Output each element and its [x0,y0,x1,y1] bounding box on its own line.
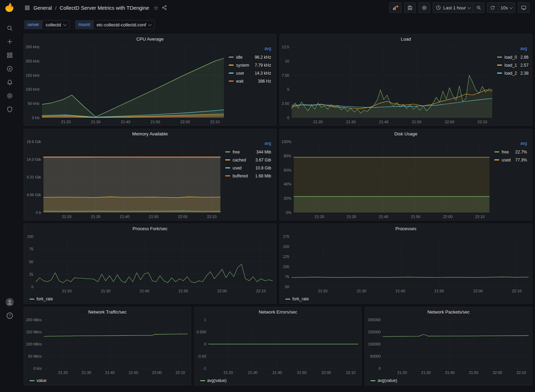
svg-text:0.500: 0.500 [196,330,206,334]
refresh-group: 10s [487,2,515,13]
add-panel-button[interactable] [389,2,402,13]
variable-server-value: collectd [46,22,61,27]
legend-item[interactable]: fork_rate [30,297,53,301]
dashboard-title[interactable]: CollectD Server Metrics with TDengine [60,5,149,11]
svg-text:21:40: 21:40 [445,370,455,375]
series-color-swatch [30,299,34,300]
dashboard-settings-button[interactable] [419,2,430,13]
load-legend: avgload_02.86load_12.57load_22.38 [496,43,532,125]
svg-text:21:30: 21:30 [91,120,101,124]
series-color-swatch [497,73,502,74]
legend-item[interactable]: avg(value) [371,378,397,383]
share-icon[interactable] [162,5,167,10]
legend-item[interactable]: load_12.57 [497,61,527,69]
network-packets-legend: avg(value) [365,376,532,385]
panel-title[interactable]: Process Fork/sec [24,224,276,233]
breadcrumb-folder[interactable]: General [33,5,52,11]
svg-text:50000: 50000 [370,354,381,358]
configuration-gear-icon[interactable] [3,92,16,99]
star-icon[interactable]: ☆ [154,5,159,11]
panel-title[interactable]: Network Errors/sec [195,307,362,316]
grafana-logo-icon[interactable] [5,2,15,13]
svg-text:100 Mb/s: 100 Mb/s [26,342,42,346]
create-plus-icon[interactable] [3,38,16,45]
svg-text:200 Mb/s: 200 Mb/s [26,318,42,322]
series-avg-value: 14.3 kHz [251,71,271,76]
network-packets-chart: 05000010000015000020000021:2021:3021:402… [365,316,532,376]
panel-title[interactable]: Processes [280,224,532,233]
svg-text:0 b/s: 0 b/s [33,366,42,370]
load-chart: 02.5057.501012.521:2021:3021:4021:5022:0… [280,43,496,125]
legend-item[interactable]: cached3.67 Gib [225,156,271,164]
series-avg-value: 344 Mib [253,150,271,155]
legend-item[interactable]: idle96.2 kHz [229,53,271,61]
svg-text:21:20: 21:20 [223,370,233,375]
svg-text:100 kHz: 100 kHz [26,87,40,91]
panel-title[interactable]: Disk Usage [280,129,532,138]
panel-title[interactable]: Load [280,34,532,43]
legend-item[interactable]: used10.8 Gib [225,164,271,172]
legend-item[interactable]: wait386 Hz [229,77,271,85]
server-admin-shield-icon[interactable] [3,106,16,113]
template-variables: server collectd mount etc-collectd-colle… [19,15,535,30]
panel-memory-available: Memory Available 0 b4.66 Gib9.31 Gib14.0… [24,129,276,220]
svg-text:7.50: 7.50 [282,73,289,77]
legend-item[interactable]: fork_rate [285,297,309,301]
cpu-average-legend: avgidle96.2 kHzsystem7.79 kHzuser14.3 kH… [227,43,276,125]
help-icon[interactable]: ? [3,312,16,319]
series-name: idle [236,55,251,60]
panel-cpu-average: CPU Average 0 Hz50 kHz100 kHz150 kHz200 … [24,34,276,126]
legend-avg-header: avg [229,46,271,53]
time-range-button[interactable]: Last 1 hour [433,2,473,13]
refresh-interval-button[interactable]: 10s [498,2,515,13]
panel-title[interactable]: Network Packets/sec [365,307,532,316]
svg-text:-0.50: -0.50 [197,354,206,358]
clock-icon [436,5,441,10]
svg-text:50 Mb/s: 50 Mb/s [28,354,42,358]
user-avatar[interactable] [3,299,16,306]
svg-text:0 Hz: 0 Hz [32,116,40,120]
alerting-bell-icon[interactable] [3,79,16,86]
legend-item[interactable]: user14.3 kHz [229,69,271,77]
memory-available-chart: 0 b4.66 Gib9.31 Gib14.0 Gib18.6 Gib21:20… [24,138,224,220]
process-fork-legend: fork_rate [24,294,276,303]
legend-item[interactable]: load_02.86 [497,53,527,61]
series-color-swatch [494,151,499,152]
svg-text:21:20: 21:20 [313,120,323,124]
series-name: load_1 [504,63,517,68]
series-avg-value: 2.86 [517,55,528,60]
legend-item[interactable]: load_22.38 [497,69,527,77]
legend-item[interactable]: value [30,378,47,383]
svg-text:40%: 40% [284,182,291,186]
svg-text:21:30: 21:30 [421,370,431,375]
legend-item[interactable]: buffered1.68 Mib [225,172,271,180]
panel-network-traffic: Network Traffic/sec 0 b/s50 Mb/s100 Mb/s… [24,307,191,385]
variable-server-label: server [24,20,42,29]
svg-text:22:10: 22:10 [210,120,220,124]
explore-compass-icon[interactable] [3,65,16,72]
dashboards-grid-icon[interactable] [3,52,16,59]
dashboard-toolbar: Last 1 hour 10s [389,2,529,13]
search-icon[interactable] [3,25,16,32]
legend-avg-header: avg [497,46,527,53]
legend-item[interactable]: free22.7% [494,148,527,156]
zoom-out-button[interactable] [473,2,484,13]
dashboard-grid: CPU Average 0 Hz50 kHz100 kHz150 kHz200 … [19,30,535,385]
panel-title[interactable]: Network Traffic/sec [24,307,191,316]
svg-text:150 Mb/s: 150 Mb/s [26,330,42,334]
panel-title[interactable]: Memory Available [24,129,276,138]
legend-item[interactable]: free344 Mib [225,148,271,156]
svg-text:22:10: 22:10 [475,215,485,219]
svg-text:75: 75 [29,247,33,251]
tv-mode-button[interactable] [518,2,529,13]
legend-item[interactable]: avg(value) [200,378,227,383]
panel-title[interactable]: CPU Average [24,34,276,43]
series-color-swatch [225,167,230,168]
dashboard-grid-icon [24,5,30,11]
refresh-button[interactable] [487,2,498,13]
legend-item[interactable]: system7.79 kHz [229,61,271,69]
variable-server-select[interactable]: collectd [42,20,70,29]
save-dashboard-button[interactable] [404,2,416,13]
legend-item[interactable]: used77.3% [494,156,527,164]
variable-mount-select[interactable]: etc-collectd-collectd.conf [93,20,155,29]
